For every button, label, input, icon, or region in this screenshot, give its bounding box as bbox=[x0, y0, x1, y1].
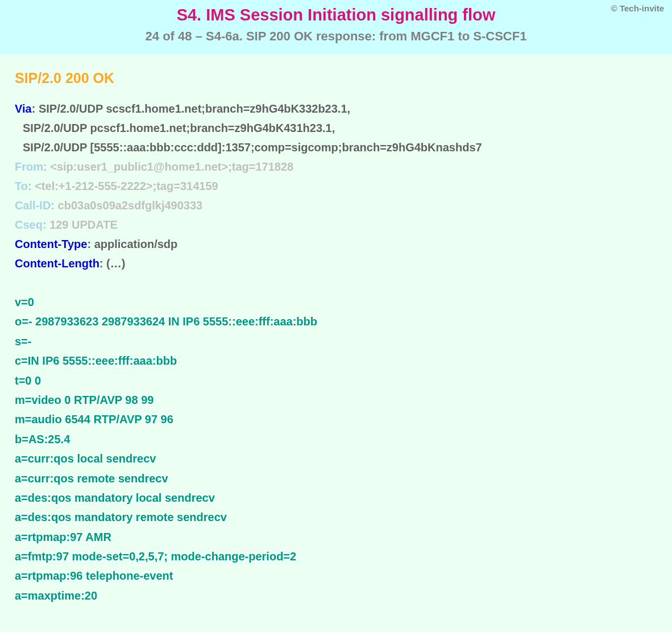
header-content-length: Content-Length: (…) bbox=[15, 254, 657, 273]
header-value: SIP/2.0/UDP [5555::aaa:bbb:ccc:ddd]:1357… bbox=[23, 141, 482, 154]
sdp-body: v=0 o=- 2987933623 2987933624 IN IP6 555… bbox=[15, 292, 657, 605]
sdp-line: a=rtpmap:96 telephone-event bbox=[15, 566, 657, 585]
header-value: application/sdp bbox=[94, 238, 178, 250]
header-value: (…) bbox=[106, 257, 125, 270]
sdp-line: t=0 0 bbox=[15, 371, 657, 390]
sdp-line: m=audio 6544 RTP/AVP 97 96 bbox=[15, 410, 657, 429]
header-value: SIP/2.0/UDP scscf1.home1.net;branch=z9hG… bbox=[39, 102, 350, 115]
header-name: Cseq bbox=[15, 218, 43, 231]
header-name: Call-ID bbox=[15, 199, 51, 212]
document-content: SIP/2.0 200 OK Via: SIP/2.0/UDP scscf1.h… bbox=[0, 54, 672, 632]
header-cseq: Cseq: 129 UPDATE bbox=[15, 215, 657, 234]
header-value: SIP/2.0/UDP pcscf1.home1.net;branch=z9hG… bbox=[23, 122, 335, 134]
document-title: S4. IMS Session Initiation signalling fl… bbox=[11, 6, 661, 24]
header-via: Via: SIP/2.0/UDP scscf1.home1.net;branch… bbox=[15, 99, 657, 118]
header-content-type: Content-Type: application/sdp bbox=[15, 234, 657, 254]
header-value: <tel:+1-212-555-2222>;tag=314159 bbox=[35, 180, 218, 192]
sdp-line: v=0 bbox=[15, 292, 657, 312]
header-from: From: <sip:user1_public1@home1.net>;tag=… bbox=[15, 157, 657, 176]
sdp-line: b=AS:25.4 bbox=[15, 429, 657, 449]
sdp-line: a=des:qos mandatory remote sendrecv bbox=[15, 507, 657, 527]
sdp-line: a=maxptime:20 bbox=[15, 586, 657, 605]
sdp-line: c=IN IP6 5555::eee:fff:aaa:bbb bbox=[15, 351, 657, 370]
document-header: © Tech-invite S4. IMS Session Initiation… bbox=[0, 0, 672, 54]
header-name: Content-Type bbox=[15, 238, 87, 250]
header-via-cont: SIP/2.0/UDP [5555::aaa:bbb:ccc:ddd]:1357… bbox=[15, 138, 657, 157]
sdp-line: m=video 0 RTP/AVP 98 99 bbox=[15, 390, 657, 410]
document-subtitle: 24 of 48 – S4-6a. SIP 200 OK response: f… bbox=[11, 29, 661, 44]
sdp-line: a=des:qos mandatory local sendrecv bbox=[15, 488, 657, 507]
sdp-line: a=rtpmap:97 AMR bbox=[15, 527, 657, 547]
header-value: cb03a0s09a2sdfglkj490333 bbox=[58, 199, 203, 212]
header-value: 129 UPDATE bbox=[49, 218, 118, 231]
sdp-line: o=- 2987933623 2987933624 IN IP6 5555::e… bbox=[15, 312, 657, 331]
header-via-cont: SIP/2.0/UDP pcscf1.home1.net;branch=z9hG… bbox=[15, 118, 657, 138]
sdp-line: s=- bbox=[15, 332, 657, 351]
copyright-text: © Tech-invite bbox=[611, 3, 664, 13]
sdp-line: a=curr:qos local sendrecv bbox=[15, 449, 657, 468]
header-name: From bbox=[15, 160, 43, 173]
header-to: To: <tel:+1-212-555-2222>;tag=314159 bbox=[15, 176, 657, 196]
header-name: Via bbox=[15, 102, 32, 115]
header-name: To bbox=[15, 180, 28, 192]
sip-status-line: SIP/2.0 200 OK bbox=[15, 70, 657, 86]
header-value: <sip:user1_public1@home1.net>;tag=171828 bbox=[50, 160, 293, 173]
sdp-line: a=fmtp:97 mode-set=0,2,5,7; mode-change-… bbox=[15, 547, 657, 566]
sdp-line: a=curr:qos remote sendrecv bbox=[15, 469, 657, 488]
header-name: Content-Length bbox=[15, 257, 99, 270]
header-call-id: Call-ID: cb03a0s09a2sdfglkj490333 bbox=[15, 196, 657, 215]
